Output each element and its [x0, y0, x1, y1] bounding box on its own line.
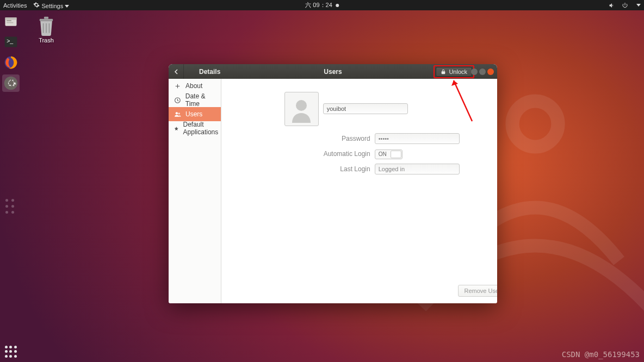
minimize-button[interactable]: [471, 68, 478, 75]
avatar-placeholder-icon: [288, 96, 315, 123]
password-label: Password: [221, 135, 375, 142]
users-icon: [174, 111, 181, 118]
terminal-icon: >_: [3, 34, 18, 49]
sidebar-item-label: Date & Time: [185, 92, 221, 108]
toggle-knob: [391, 151, 401, 158]
dock: >_: [0, 10, 22, 362]
svg-text:>_: >_: [7, 38, 13, 44]
chevron-left-icon: [174, 69, 179, 74]
clock[interactable]: 六 09：24: [305, 1, 339, 9]
svg-point-13: [178, 113, 180, 114]
lock-icon: [441, 69, 446, 74]
dock-item-terminal[interactable]: >_: [2, 33, 20, 51]
close-button[interactable]: [487, 68, 494, 75]
sidebar-item-label: Users: [185, 110, 202, 118]
power-icon[interactable]: [622, 2, 628, 9]
sidebar-item-datetime[interactable]: Date & Time: [169, 93, 221, 107]
settings-window: Details Users Unlock About Date & Time: [169, 64, 497, 303]
svg-point-0: [512, 101, 558, 147]
maximize-button[interactable]: [479, 68, 486, 75]
remove-user-button[interactable]: Remove User…: [458, 285, 497, 297]
svg-rect-2: [44, 17, 48, 19]
file-manager-icon: [3, 14, 18, 29]
gear-icon: [33, 2, 40, 8]
settings-icon: [3, 76, 18, 91]
window-titlebar: Details Users Unlock: [169, 64, 497, 79]
activities-button[interactable]: Activities: [3, 2, 27, 9]
svg-rect-4: [5, 17, 17, 20]
clock-icon: [174, 97, 181, 104]
gnome-top-bar: Activities Settings 六 09：24: [0, 0, 644, 10]
desktop-icon-trash[interactable]: Trash: [33, 15, 60, 43]
svg-rect-1: [40, 19, 53, 21]
svg-rect-5: [7, 20, 11, 21]
window-controls: [471, 68, 494, 75]
auto-login-toggle[interactable]: ON: [375, 149, 403, 159]
users-panel: Password Automatic Login ON Last Login: [221, 79, 497, 303]
auto-login-label: Automatic Login: [221, 150, 375, 158]
back-button[interactable]: [169, 64, 184, 79]
sidebar-item-label: About: [185, 82, 202, 90]
watermark: CSDN @m0_56199453: [562, 350, 640, 359]
app-menu[interactable]: Settings: [33, 2, 69, 9]
trash-icon: [35, 15, 57, 36]
svg-point-12: [176, 112, 178, 114]
toggle-state-label: ON: [375, 151, 390, 157]
desktop-icon-label: Trash: [33, 37, 60, 43]
details-sidebar: About Date & Time Users Default Applicat…: [169, 79, 221, 303]
sidebar-item-default-apps[interactable]: Default Applications: [169, 121, 221, 135]
star-icon: [174, 125, 179, 132]
svg-rect-6: [7, 22, 13, 23]
dock-item-files[interactable]: [2, 13, 20, 30]
last-login-field: [375, 164, 460, 174]
plus-icon: [174, 83, 181, 90]
svg-point-14: [296, 100, 307, 111]
sidebar-item-users[interactable]: Users: [169, 107, 221, 121]
volume-icon[interactable]: [609, 2, 615, 9]
breadcrumb-section: Details: [199, 68, 220, 76]
unlock-button-label: Unlock: [449, 68, 467, 75]
password-field[interactable]: [375, 133, 460, 144]
notification-dot-icon: [336, 4, 339, 7]
window-title: Users: [324, 68, 342, 76]
sidebar-item-about[interactable]: About: [169, 79, 221, 93]
username-input[interactable]: [323, 103, 408, 114]
sidebar-item-label: Default Applications: [183, 121, 221, 136]
system-menu-toggle[interactable]: [636, 4, 641, 7]
firefox-icon: [3, 55, 18, 70]
user-avatar[interactable]: [284, 92, 319, 126]
unlock-highlight: Unlock: [434, 65, 474, 78]
dock-item-settings[interactable]: [2, 74, 20, 92]
unlock-button[interactable]: Unlock: [436, 67, 472, 77]
dock-item-firefox[interactable]: [2, 54, 20, 71]
last-login-label: Last Login: [221, 165, 375, 173]
